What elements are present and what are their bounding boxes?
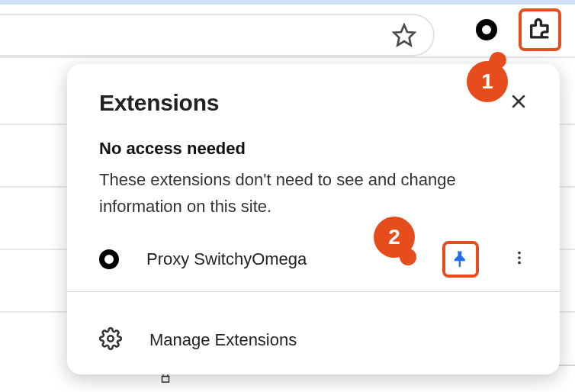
annotation-badge-2: 2	[374, 217, 415, 258]
gear-icon	[99, 327, 122, 353]
manage-extensions-label: Manage Extensions	[149, 330, 297, 350]
bookmark-star-icon[interactable]	[392, 23, 416, 47]
pin-button[interactable]	[442, 241, 479, 278]
puzzle-icon	[527, 17, 553, 43]
extensions-button[interactable]	[519, 8, 561, 51]
extension-icon[interactable]	[99, 249, 119, 269]
popup-footer[interactable]: Manage Extensions	[67, 312, 560, 374]
section-desc: These extensions don't need to see and c…	[99, 166, 528, 220]
extensions-popup: Extensions No access needed These extens…	[67, 64, 560, 374]
svg-marker-0	[394, 25, 415, 46]
popup-header: Extensions	[99, 90, 528, 116]
more-button[interactable]	[511, 249, 528, 269]
profile-icon[interactable]	[470, 13, 503, 47]
svg-point-5	[518, 262, 521, 265]
close-button[interactable]	[509, 92, 528, 114]
section-title: No access needed	[99, 139, 528, 159]
svg-point-6	[108, 336, 114, 342]
svg-point-4	[518, 257, 521, 260]
svg-point-3	[518, 252, 521, 255]
annotation-badge-1: 1	[467, 61, 508, 102]
divider	[67, 291, 560, 292]
extension-list: Proxy SwitchyOmega	[99, 235, 528, 284]
annotation-label: 2	[388, 225, 400, 249]
annotation-label: 1	[481, 69, 493, 94]
omnibox[interactable]	[0, 14, 435, 56]
extension-row: Proxy SwitchyOmega	[99, 235, 528, 284]
browser-toolbar	[0, 3, 575, 58]
circle-icon	[476, 19, 497, 40]
popup-title: Extensions	[99, 90, 219, 116]
